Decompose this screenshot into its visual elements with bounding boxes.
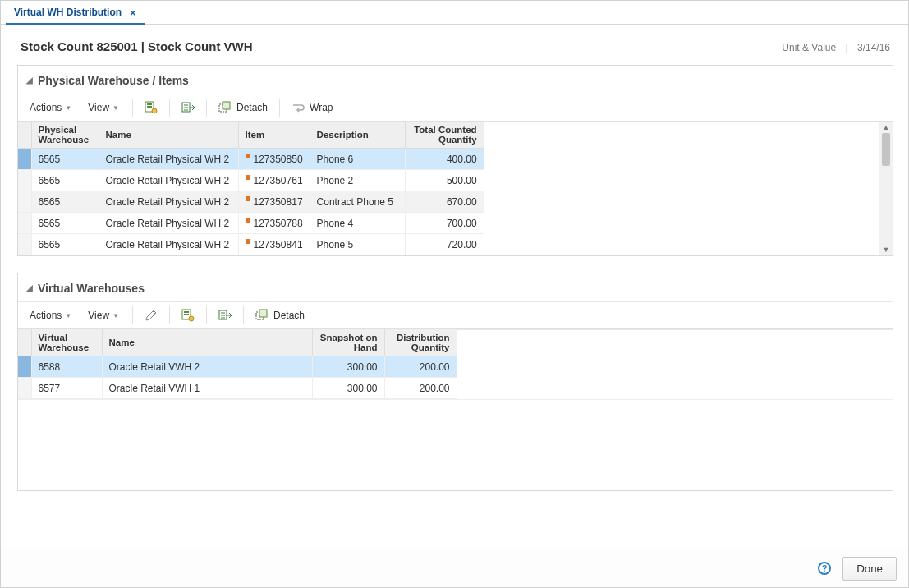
cell-snapshot: 300.00 [312,378,384,399]
cell-name: Oracle Retail Physical WH 2 [99,234,238,255]
pencil-icon [145,309,158,322]
cell-description: Contract Phone 5 [310,191,405,213]
toolbar-separator [206,99,207,117]
row-handle [18,149,31,170]
cell-item-value: 127350788 [254,218,303,229]
cell-name: Oracle Retail Physical WH 2 [99,149,238,170]
row-handle [18,378,31,399]
row-handle [18,191,31,213]
detach-button[interactable]: Detach [213,98,273,117]
table-row[interactable]: 6565Oracle Retail Physical WH 2127350817… [18,191,484,213]
scrollbar-thumb[interactable] [882,133,890,166]
col-distribution-quantity[interactable]: Distribution Quantity [384,329,457,356]
col-name[interactable]: Name [99,122,238,149]
col-total-counted-qty[interactable]: Total Counted Quantity [405,122,484,149]
table-row[interactable]: 6565Oracle Retail Physical WH 2127350788… [18,213,484,234]
view-label: View [88,310,109,321]
meta-separator: | [845,42,847,53]
view-menu[interactable]: View ▼ [81,99,126,117]
col-physical-warehouse[interactable]: Physical Warehouse [31,122,99,149]
chevron-down-icon: ▼ [112,104,119,112]
table-row[interactable]: 6565Oracle Retail Physical WH 2127350761… [18,170,484,191]
query-by-example-button[interactable] [140,98,163,117]
scroll-down-icon[interactable]: ▼ [883,246,890,254]
cell-physical-warehouse: 6565 [31,170,99,191]
edit-button[interactable] [140,305,163,325]
svg-point-10 [189,316,194,321]
cell-name: Oracle Retail Physical WH 2 [99,191,238,213]
tab-label: Virtual WH Distribution [14,7,122,18]
row-handle [18,356,31,378]
virtual-grid: Virtual Warehouse Name Snapshot on Hand … [18,329,457,399]
table-row[interactable]: 6565Oracle Retail Physical WH 2127350850… [18,149,484,170]
detach-label: Detach [236,102,268,113]
done-label: Done [856,563,883,575]
col-description[interactable]: Description [310,122,405,149]
virtual-panel-header[interactable]: ◢ Virtual Warehouses [18,273,893,301]
item-marker-icon [246,175,250,180]
toolbar-separator [206,306,207,324]
tab-virtual-wh-distribution[interactable]: Virtual WH Distribution × [6,2,145,25]
cell-virtual-warehouse: 6577 [31,378,102,399]
item-marker-icon [246,154,250,158]
toolbar-separator [132,99,133,117]
physical-toolbar: Actions ▼ View ▼ [18,94,893,122]
cell-description: Phone 5 [310,234,405,255]
physical-panel-header[interactable]: ◢ Physical Warehouse / Items [18,66,893,94]
cell-item: 127350841 [238,234,310,255]
page-header: Stock Count 825001 | Stock Count VWH Uni… [17,39,893,53]
cell-physical-warehouse: 6565 [31,191,99,213]
cell-snapshot: 300.00 [312,356,384,378]
page-title: Stock Count 825001 | Stock Count VWH [21,39,253,53]
physical-grid: Physical Warehouse Name Item Description… [18,122,484,255]
col-virtual-warehouse[interactable]: Virtual Warehouse [31,329,102,356]
toolbar-separator [169,306,170,324]
chevron-down-icon: ▼ [65,104,71,112]
actions-menu[interactable]: Actions ▼ [23,99,78,117]
cell-physical-warehouse: 6565 [31,213,99,234]
wrap-label: Wrap [310,102,333,113]
cell-quantity: 400.00 [405,149,484,170]
detach-icon [218,101,232,114]
virtual-grid-wrap: Virtual Warehouse Name Snapshot on Hand … [18,329,893,399]
export-button[interactable] [213,305,236,325]
export-button[interactable] [177,98,200,117]
cell-description: Phone 4 [310,213,405,234]
col-item[interactable]: Item [238,122,310,149]
query-icon [145,101,158,114]
content-scroll[interactable]: Stock Count 825001 | Stock Count VWH Uni… [1,25,908,549]
col-snapshot-on-hand[interactable]: Snapshot on Hand [312,329,384,356]
cell-description: Phone 6 [310,149,405,170]
col-name[interactable]: Name [102,329,312,356]
item-marker-icon [246,239,250,244]
table-row[interactable]: 6565Oracle Retail Physical WH 2127350841… [18,234,484,255]
collapse-icon[interactable]: ◢ [26,76,33,85]
row-handle [18,234,31,255]
collapse-icon[interactable]: ◢ [26,283,33,292]
table-row[interactable]: 6588Oracle Retail VWH 2300.00200.00 [18,356,457,378]
scroll-up-icon[interactable]: ▲ [883,124,890,131]
actions-menu[interactable]: Actions ▼ [23,306,78,324]
query-by-example-button[interactable] [177,305,200,325]
help-icon[interactable]: ? [818,562,831,575]
detach-icon [255,309,269,322]
view-menu[interactable]: View ▼ [81,306,126,324]
actions-label: Actions [30,102,62,113]
actions-label: Actions [30,310,62,321]
footer: ? Done [1,549,908,587]
chevron-down-icon: ▼ [65,312,71,319]
close-icon[interactable]: × [130,7,136,18]
cell-virtual-warehouse: 6588 [31,356,102,378]
table-row[interactable]: 6577Oracle Retail VWH 1300.00200.00 [18,378,457,399]
done-button[interactable]: Done [842,557,897,581]
detach-button[interactable]: Detach [250,305,310,325]
item-marker-icon [246,218,250,223]
wrap-button[interactable]: Wrap [287,98,337,117]
table-header-row: Physical Warehouse Name Item Description… [18,122,484,149]
cell-item-value: 127350841 [254,239,303,250]
grid-scrollbar[interactable]: ▲ ▼ [879,122,893,255]
physical-panel-title: Physical Warehouse / Items [38,74,189,87]
cell-item: 127350788 [238,213,310,234]
export-icon [181,101,195,114]
toolbar-separator [243,306,244,324]
